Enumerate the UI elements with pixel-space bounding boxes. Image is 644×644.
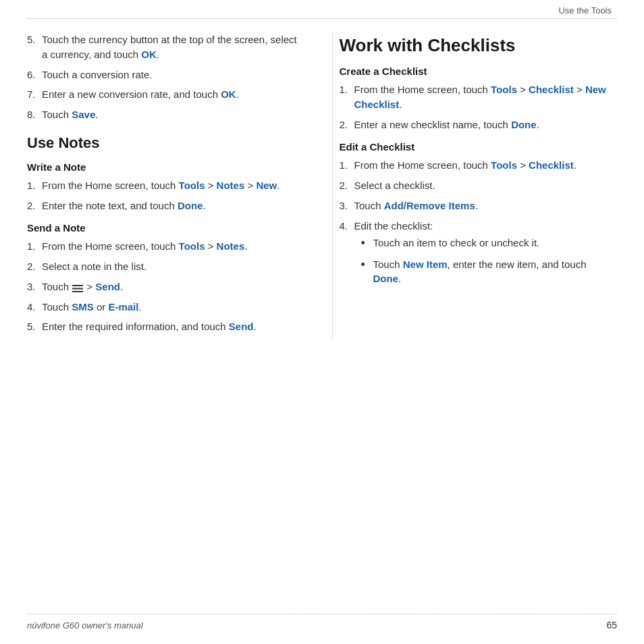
pre-items: 5. Touch the currency button at the top … bbox=[27, 32, 305, 122]
list-num: 8. bbox=[27, 107, 42, 122]
create-checklist-title: Create a Checklist bbox=[340, 65, 618, 77]
email-link: E-mail bbox=[108, 301, 138, 313]
list-content: Select a checklist. bbox=[354, 178, 618, 193]
list-num: 1. bbox=[340, 158, 354, 173]
list-item: 6. Touch a conversion rate. bbox=[27, 68, 305, 82]
new-item-link: New Item bbox=[403, 259, 448, 270]
send-link-2: Send bbox=[229, 321, 254, 332]
list-num: 5. bbox=[27, 32, 42, 62]
list-num: 2. bbox=[27, 259, 42, 274]
page-header: Use the Tools bbox=[0, 0, 644, 18]
list-item: 1. From the Home screen, touch Tools > C… bbox=[340, 158, 618, 173]
done-link-1: Done bbox=[178, 200, 203, 211]
list-content: From the Home screen, touch Tools > Chec… bbox=[354, 82, 618, 112]
sms-link: SMS bbox=[72, 301, 94, 313]
tools-link: Tools bbox=[179, 180, 205, 191]
list-item: 1. From the Home screen, touch Tools > N… bbox=[27, 178, 305, 193]
new-link: New bbox=[256, 180, 277, 191]
list-num: 7. bbox=[27, 87, 42, 102]
list-num: 1. bbox=[27, 239, 42, 254]
list-item: 2. Select a note in the list. bbox=[27, 259, 305, 274]
bullet-item: • Touch New Item, enter the new item, an… bbox=[361, 257, 618, 287]
page-footer: nüvifone G60 owner's manual 65 bbox=[27, 614, 617, 630]
list-content: Touch the currency button at the top of … bbox=[42, 32, 305, 62]
send-note-title: Send a Note bbox=[27, 222, 305, 234]
checklist-link-1: Checklist bbox=[529, 84, 574, 95]
svg-rect-0 bbox=[72, 285, 83, 286]
ok-link-1: OK bbox=[141, 49, 157, 60]
list-content: From the Home screen, touch Tools > Chec… bbox=[354, 158, 618, 173]
left-column: 5. Touch the currency button at the top … bbox=[27, 32, 312, 341]
page: Use the Tools 5. Touch the currency butt… bbox=[0, 0, 644, 644]
use-notes-title: Use Notes bbox=[27, 134, 305, 152]
edit-checklist-list: 1. From the Home screen, touch Tools > C… bbox=[340, 158, 618, 292]
list-item: 2. Enter the note text, and touch Done. bbox=[27, 198, 305, 213]
footer-manual-name: nüvifone G60 owner's manual bbox=[27, 620, 143, 630]
svg-rect-1 bbox=[72, 288, 83, 290]
menu-icon bbox=[72, 282, 83, 291]
save-link: Save bbox=[72, 109, 95, 120]
list-content: Enter a new conversion rate, and touch O… bbox=[42, 87, 305, 102]
add-remove-link: Add/Remove Items bbox=[384, 200, 475, 211]
list-item: 3. Touch Add/Remove Items. bbox=[340, 198, 618, 213]
list-content: Touch Add/Remove Items. bbox=[354, 198, 618, 213]
right-column: Work with Checklists Create a Checklist … bbox=[332, 32, 618, 341]
list-item: 7. Enter a new conversion rate, and touc… bbox=[27, 87, 305, 102]
list-item: 4. Edit the checklist: • Touch an item t… bbox=[340, 219, 618, 292]
tools-link-3: Tools bbox=[491, 84, 517, 95]
work-checklists-title: Work with Checklists bbox=[340, 35, 618, 56]
list-num: 4. bbox=[340, 219, 354, 292]
list-item: 8. Touch Save. bbox=[27, 107, 305, 122]
list-num: 6. bbox=[27, 68, 42, 82]
done-link-2: Done bbox=[511, 119, 537, 130]
ok-link-2: OK bbox=[221, 88, 236, 100]
list-num: 3. bbox=[340, 198, 354, 213]
list-content: Select a note in the list. bbox=[42, 259, 305, 274]
list-item: 2. Enter a new checklist name, touch Don… bbox=[340, 117, 618, 132]
bullet-item: • Touch an item to check or uncheck it. bbox=[361, 236, 618, 251]
edit-checklist-title: Edit a Checklist bbox=[340, 141, 618, 153]
write-note-list: 1. From the Home screen, touch Tools > N… bbox=[27, 178, 305, 213]
list-content: Touch Save. bbox=[42, 107, 305, 122]
bullet-list: • Touch an item to check or uncheck it. … bbox=[361, 236, 618, 286]
list-content: Enter the required information, and touc… bbox=[42, 319, 305, 334]
list-content: Touch > Send. bbox=[42, 279, 305, 294]
notes-link-2: Notes bbox=[217, 240, 245, 252]
bullet-icon: • bbox=[361, 236, 373, 251]
list-num: 2. bbox=[340, 178, 354, 193]
write-note-title: Write a Note bbox=[27, 161, 305, 173]
list-num: 1. bbox=[27, 178, 42, 193]
list-item: 4. Touch SMS or E-mail. bbox=[27, 300, 305, 315]
list-content: Enter a new checklist name, touch Done. bbox=[354, 117, 618, 132]
list-num: 3. bbox=[27, 279, 42, 294]
list-num: 2. bbox=[27, 198, 42, 213]
list-content: Edit the checklist: • Touch an item to c… bbox=[354, 219, 618, 292]
footer-page-number: 65 bbox=[606, 620, 617, 630]
bullet-content: Touch an item to check or uncheck it. bbox=[373, 236, 618, 251]
bullet-icon: • bbox=[361, 257, 373, 287]
main-content: 5. Touch the currency button at the top … bbox=[0, 19, 644, 354]
list-num: 1. bbox=[340, 82, 354, 112]
header-text: Use the Tools bbox=[558, 5, 612, 16]
list-content: Touch SMS or E-mail. bbox=[42, 300, 305, 315]
pre-items-list: 5. Touch the currency button at the top … bbox=[27, 32, 305, 122]
list-num: 5. bbox=[27, 319, 42, 334]
list-item: 2. Select a checklist. bbox=[340, 178, 618, 193]
svg-rect-2 bbox=[72, 291, 83, 292]
checklist-link-2: Checklist bbox=[529, 159, 574, 171]
list-item: 5. Touch the currency button at the top … bbox=[27, 32, 305, 62]
send-link: Send bbox=[95, 281, 120, 292]
list-item: 3. Touch > Send. bbox=[27, 279, 305, 294]
list-num: 4. bbox=[27, 300, 42, 315]
list-content: From the Home screen, touch Tools > Note… bbox=[42, 239, 305, 254]
done-link-3: Done bbox=[373, 273, 399, 284]
list-item: 1. From the Home screen, touch Tools > N… bbox=[27, 239, 305, 254]
list-item: 1. From the Home screen, touch Tools > C… bbox=[340, 82, 618, 112]
tools-link-4: Tools bbox=[491, 159, 517, 171]
list-content: From the Home screen, touch Tools > Note… bbox=[42, 178, 305, 193]
list-content: Enter the note text, and touch Done. bbox=[42, 198, 305, 213]
bullet-content: Touch New Item, enter the new item, and … bbox=[373, 257, 618, 287]
list-num: 2. bbox=[340, 117, 354, 132]
list-item: 5. Enter the required information, and t… bbox=[27, 319, 305, 334]
list-content: Touch a conversion rate. bbox=[42, 68, 305, 82]
